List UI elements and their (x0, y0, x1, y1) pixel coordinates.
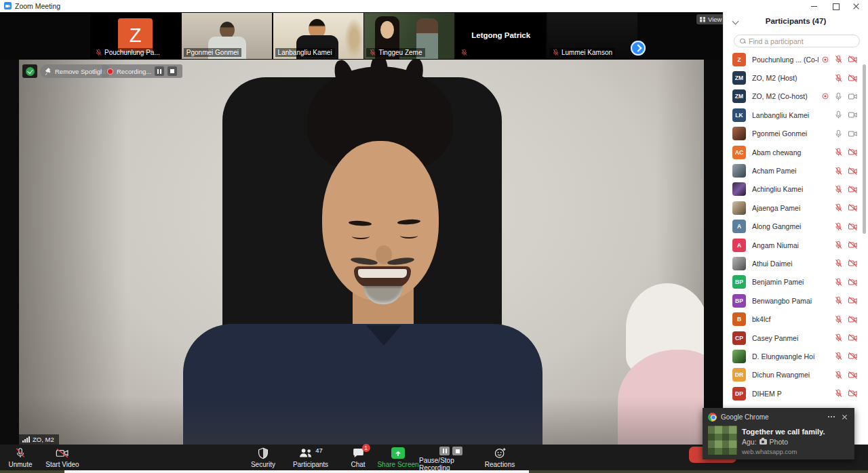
video-tile[interactable]: Lanbangliu Kamei (273, 13, 363, 59)
eye (400, 232, 418, 239)
pause-recording-toolbar-icon[interactable] (439, 447, 450, 455)
participants-label: Participants (293, 461, 328, 468)
chrome-notification[interactable]: Google Chrome Together we call family. A… (703, 408, 854, 459)
notification-more-icon[interactable] (827, 413, 837, 421)
camera-status-icon (848, 185, 858, 194)
bottom-shadow (19, 397, 704, 445)
chat-button[interactable]: 1 Chat (342, 447, 374, 470)
participant-row[interactable]: Ajaenga Pamei (724, 199, 865, 217)
camera-status-icon (848, 203, 858, 212)
start-video-button[interactable]: Start Video (41, 447, 84, 470)
avatar: BP (732, 294, 746, 308)
video-tile[interactable]: Tinggeu Zeme (364, 13, 454, 59)
search-placeholder: Find a participant (749, 37, 804, 45)
mic-muted-icon (552, 49, 559, 56)
participant-name: Pgonmei Gonmei (752, 129, 831, 138)
mic-status-icon (834, 129, 843, 138)
participant-status-icons (834, 296, 858, 305)
participant-row[interactable]: ACAbam chewang (724, 143, 865, 161)
participant-row[interactable]: AAlong Gangmei (724, 218, 865, 236)
video-tile[interactable]: Pgonmei Gonmei (182, 13, 272, 59)
avatar (732, 257, 746, 270)
stop-recording-icon[interactable] (167, 66, 177, 76)
participant-row[interactable]: AAngam Niumai (724, 236, 865, 254)
security-button[interactable]: Security (243, 447, 283, 470)
camera-status-icon (848, 110, 858, 119)
video-tile[interactable]: ZPouchunlung Pa... (90, 13, 180, 59)
notification-thumbnail (708, 426, 737, 455)
participant-row[interactable]: Bbk4lcf (724, 310, 865, 328)
search-participant-input[interactable]: Find a participant (734, 35, 860, 47)
participants-panel-title: Participants (47) (724, 17, 868, 25)
participant-status-icons (834, 352, 858, 361)
participants-count: 47 (315, 447, 323, 454)
share-screen-label: Share Screen (377, 461, 418, 468)
participant-row[interactable]: D. Elungwangle Hoi (724, 347, 865, 365)
pause-recording-icon[interactable] (155, 66, 164, 76)
participants-scrollbar[interactable] (863, 64, 866, 234)
participant-row[interactable]: BPBenjamin Pamei (724, 273, 865, 291)
participant-row[interactable]: LKLanbangliu Kamei (724, 106, 865, 124)
participant-status-icons (834, 389, 858, 398)
participant-row[interactable]: ZPouchunlung ... (Co-host, me) (724, 50, 865, 68)
participant-status-icons (834, 259, 858, 268)
camera-status-icon (848, 352, 858, 361)
spotlight-active-button[interactable] (22, 64, 37, 78)
video-tile[interactable]: Letgong Patrick (456, 13, 546, 59)
participant-row[interactable]: DRDichun Rwangmei (724, 366, 865, 384)
participant-row[interactable]: CPCasey Panmei (724, 329, 865, 347)
participant-row[interactable]: Acham Pamei (724, 161, 865, 180)
tile-participant-name: Pouchunlung Pa... (104, 49, 160, 56)
minimize-button[interactable] (806, 0, 823, 12)
unmute-button[interactable]: Unmute (4, 447, 37, 470)
mic-status-icon (834, 92, 843, 101)
notification-close-icon[interactable] (841, 413, 849, 421)
participant-status-icons (821, 92, 858, 101)
avatar (732, 350, 746, 363)
view-button-label: View (708, 16, 722, 23)
notification-app-name: Google Chrome (721, 413, 823, 421)
shield-icon (258, 447, 269, 459)
mic-status-icon (834, 371, 843, 379)
window-titlebar: Zoom Meeting (0, 0, 868, 12)
tile-participant-name: Pgonmei Gonmei (186, 49, 239, 56)
remove-spotlight-button[interactable]: Remove Spotlight (40, 64, 111, 78)
participant-status-icons (834, 185, 858, 194)
participant-row[interactable]: BPBenwangbo Pamai (724, 291, 865, 310)
camera-status-icon (848, 296, 858, 305)
participant-status-icons (834, 129, 858, 138)
participant-row[interactable]: DPDIHEM P (724, 384, 865, 403)
participants-people-icon: 47 (298, 447, 323, 459)
participant-name: Lanbangliu Kamei (752, 111, 831, 119)
reactions-button[interactable]: Reactions (480, 447, 519, 470)
avatar: A (732, 220, 746, 233)
security-label: Security (251, 461, 275, 468)
participant-status-icons (834, 74, 858, 83)
camera-status-icon (848, 333, 858, 342)
participant-row[interactable]: Achingliu Kamei (724, 180, 865, 199)
stop-recording-toolbar-icon[interactable] (452, 447, 462, 455)
next-videos-button[interactable] (631, 41, 646, 56)
participants-button[interactable]: 47 Participants (287, 447, 334, 470)
participant-row[interactable]: Pgonmei Gonmei (724, 125, 865, 143)
desktop-sliver (0, 470, 64, 473)
notification-header: Google Chrome (708, 412, 849, 421)
video-tile[interactable]: Lummei Kamson (547, 13, 637, 59)
pause-stop-recording-button[interactable]: Pause/Stop Recording (419, 447, 483, 470)
participant-row[interactable]: Athui Daimei (724, 254, 865, 272)
close-button[interactable] (848, 0, 865, 12)
participant-row[interactable]: ZMZO, M2 (Co-host) (724, 87, 865, 106)
restore-button[interactable] (827, 0, 845, 12)
participant-row[interactable]: ZMZO, M2 (Host) (724, 68, 865, 87)
avatar: Z (732, 53, 746, 66)
participant-name: Benjamin Pamei (752, 278, 831, 286)
recording-controls-icons (438, 447, 464, 455)
camera-status-icon (848, 55, 858, 64)
share-screen-button[interactable]: Share Screen (374, 447, 422, 470)
avatar: ZM (732, 71, 746, 85)
view-button[interactable]: View (696, 14, 725, 24)
participant-name: Pouchunlung ... (Co-host, me) (752, 56, 818, 64)
eye (352, 233, 370, 239)
signal-bars-icon (22, 436, 30, 443)
participant-name: Casey Panmei (752, 334, 831, 342)
